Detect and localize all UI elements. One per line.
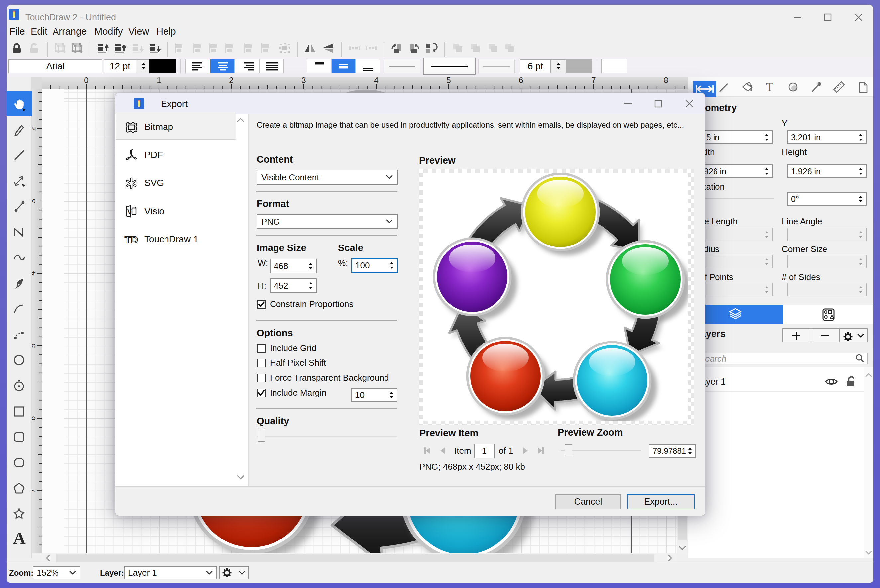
svg-text:7: 7	[32, 488, 37, 493]
svg-text:3: 3	[32, 199, 37, 203]
svg-text:2: 2	[32, 126, 37, 130]
svg-text:T: T	[766, 80, 773, 94]
svg-text:8: 8	[664, 77, 668, 85]
svg-text:0: 0	[84, 77, 89, 85]
svg-text:5: 5	[446, 77, 451, 85]
svg-text:6: 6	[519, 77, 523, 85]
svg-text:V: V	[127, 208, 132, 215]
svg-text:1: 1	[156, 77, 161, 85]
svg-text:4: 4	[374, 77, 378, 85]
svg-text:6: 6	[32, 416, 37, 420]
svg-text:5: 5	[32, 344, 37, 348]
svg-text:TD: TD	[125, 234, 138, 245]
svg-text:4: 4	[32, 271, 37, 275]
svg-text:7: 7	[591, 77, 596, 85]
svg-text:3: 3	[302, 77, 306, 85]
svg-text:2: 2	[229, 77, 233, 85]
